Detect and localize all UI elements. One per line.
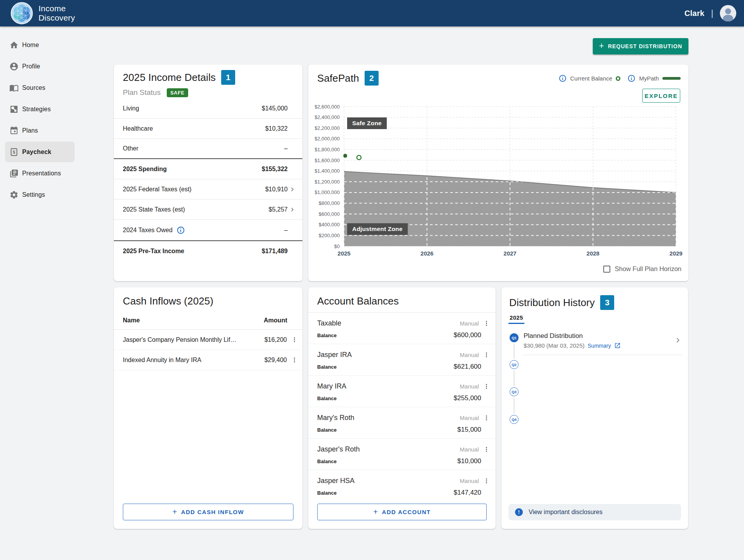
svg-text:$2,600,000: $2,600,000: [315, 104, 340, 110]
avatar-icon: [720, 5, 736, 21]
legend-label: MyPath: [639, 75, 659, 82]
open-in-new-icon[interactable]: [614, 342, 621, 349]
svg-text:$1,800,000: $1,800,000: [315, 147, 340, 152]
chevron-right-icon[interactable]: [673, 336, 683, 345]
sidebar-item-profile[interactable]: Profile: [5, 56, 75, 77]
safepath-badge: 2: [365, 71, 379, 86]
quarter-q1-marker: Q1: [510, 333, 519, 342]
income-row-state-taxes[interactable]: 2025 State Taxes (est) $5,257: [114, 200, 302, 220]
svg-text:$: $: [13, 150, 16, 154]
income-row-federal-taxes[interactable]: 2025 Federal Taxes (est) $10,910: [114, 179, 302, 200]
explore-button[interactable]: EXPLORE: [642, 89, 680, 103]
income-details-title: 2025 Income Details 1: [114, 65, 302, 85]
plan-status-badge: SAFE: [167, 88, 188, 97]
timeline-connector: [514, 344, 514, 359]
timeline-connector: [514, 371, 514, 386]
svg-text:$1,000,000: $1,000,000: [315, 189, 340, 195]
sidebar-item-strategies[interactable]: Strategies: [5, 99, 75, 119]
distribution-item-title: Planned Distribution: [524, 332, 583, 340]
plan-status-row: Plan Status SAFE: [114, 85, 302, 98]
quarter-q3-marker: Q3: [510, 387, 519, 396]
plans-icon: [9, 126, 19, 135]
sidebar-item-sources[interactable]: Sources: [5, 77, 75, 98]
strategies-icon: [9, 105, 19, 114]
account-row-jaspers-roth: Jasper's Roth Manual Balance $10,000: [308, 439, 496, 470]
sidebar-item-settings[interactable]: Settings: [5, 184, 75, 205]
more-options-icon[interactable]: [482, 476, 491, 485]
tab-2025[interactable]: 2025: [508, 314, 524, 324]
svg-text:$400,000: $400,000: [319, 222, 340, 228]
account-row-marys-roth: Mary's Roth Manual Balance $15,000: [308, 407, 496, 439]
cash-inflows-title: Cash Inflows (2025): [114, 287, 302, 307]
summary-link[interactable]: Summary: [588, 343, 611, 349]
account-row-taxable: Taxable Manual Balance $600,000: [308, 313, 496, 344]
chevron-right-icon[interactable]: [288, 186, 296, 193]
sidebar-item-presentations[interactable]: Presentations: [5, 163, 75, 184]
column-name: Name: [123, 317, 140, 324]
cash-inflows-card: Cash Inflows (2025) Name Amount Jasper's…: [114, 287, 302, 529]
user-name[interactable]: Clark: [685, 9, 705, 18]
plus-icon: +: [373, 507, 379, 516]
checkbox[interactable]: [603, 266, 610, 273]
plan-status-label: Plan Status: [123, 88, 161, 97]
presentations-icon: [9, 169, 19, 178]
safepath-chart: $0$200,000$400,000$600,000$800,000$1,000…: [315, 102, 684, 261]
main-content: + REQUEST DISTRIBUTION 2025 Income Detai…: [80, 26, 744, 560]
sidebar-item-label: Settings: [22, 191, 45, 198]
svg-text:2025: 2025: [337, 250, 350, 257]
more-options-icon[interactable]: [482, 413, 491, 422]
avatar[interactable]: [720, 5, 736, 21]
account-list: Taxable Manual Balance $600,000 Jasper I…: [308, 313, 496, 501]
distribution-amount: $30,980 (Mar 03, 2025): [524, 342, 585, 349]
checkbox-label: Show Full Plan Horizon: [615, 265, 682, 273]
account-balances-title: Account Balances: [308, 287, 496, 313]
cash-inflow-row: Jasper's Company Pension Monthly Lif… $1…: [114, 330, 302, 350]
home-icon: [9, 40, 19, 50]
sidebar-item-label: Sources: [22, 84, 45, 91]
sidebar-item-home[interactable]: Home: [5, 35, 75, 55]
income-row-other: Other –: [114, 139, 302, 159]
income-row-taxes-owed: 2024 Taxes Owed –: [114, 220, 302, 241]
chevron-right-icon[interactable]: [288, 206, 296, 214]
more-options-icon[interactable]: [482, 444, 491, 454]
more-options-icon[interactable]: [482, 318, 491, 328]
svg-text:$2,200,000: $2,200,000: [315, 125, 340, 131]
sidebar-item-label: Presentations: [22, 170, 61, 177]
sidebar-item-paycheck[interactable]: $ Paycheck: [5, 142, 75, 162]
income-row-spending: 2025 Spending $155,322: [114, 159, 302, 179]
request-distribution-button[interactable]: + REQUEST DISTRIBUTION: [593, 38, 688, 54]
show-full-plan-horizon[interactable]: Show Full Plan Horizon: [603, 265, 682, 273]
income-table: Living $145,000 Healthcare $10,322 Other…: [114, 98, 302, 261]
more-options-icon[interactable]: [290, 335, 299, 345]
more-options-icon[interactable]: [290, 355, 299, 365]
plus-icon: +: [172, 507, 178, 516]
info-icon[interactable]: [627, 74, 636, 82]
legend-current-balance: Current Balance: [559, 74, 620, 82]
svg-text:$1,200,000: $1,200,000: [315, 179, 340, 185]
line-marker-icon: [662, 77, 681, 80]
add-cash-inflow-button[interactable]: + ADD CASH INFLOW: [123, 504, 293, 520]
adjustment-zone-label: Adjustment Zone: [347, 223, 408, 235]
sources-icon: [9, 83, 19, 93]
add-account-button[interactable]: + ADD ACCOUNT: [317, 504, 487, 520]
quarter-q4-marker: Q4: [510, 415, 519, 424]
more-options-icon[interactable]: [482, 350, 491, 359]
svg-text:$1,600,000: $1,600,000: [315, 158, 340, 163]
safepath-card: SafePath 2 Current Balance MyPath EXPLOR…: [308, 65, 688, 281]
income-details-card: 2025 Income Details 1 Plan Status SAFE L…: [114, 65, 302, 281]
divider: [522, 355, 682, 355]
sidebar-item-label: Plans: [22, 127, 38, 134]
info-icon[interactable]: [559, 74, 567, 82]
income-row-healthcare: Healthcare $10,322: [114, 119, 302, 139]
more-options-icon[interactable]: [482, 382, 491, 391]
sidebar-item-plans[interactable]: Plans: [5, 120, 75, 141]
sidebar-item-label: Home: [22, 42, 39, 49]
account-row-jasper-hsa: Jasper HSA Manual Balance $147,420: [308, 470, 496, 501]
disclosures-label: View important disclosures: [529, 509, 603, 516]
user-separator: |: [711, 8, 713, 18]
svg-text:$2,400,000: $2,400,000: [315, 114, 340, 120]
income-discovery-logo-icon: [10, 2, 33, 24]
info-icon[interactable]: [176, 226, 185, 234]
view-disclosures-banner[interactable]: View important disclosures: [508, 504, 681, 520]
svg-text:$600,000: $600,000: [319, 211, 340, 217]
